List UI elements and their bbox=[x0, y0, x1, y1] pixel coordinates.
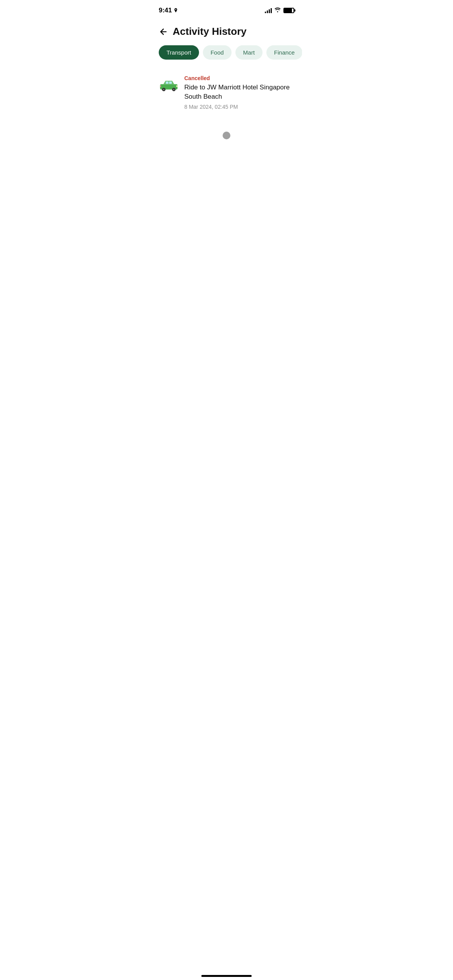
loading-dot bbox=[223, 132, 230, 139]
status-bar: 9:41 bbox=[151, 0, 302, 19]
loading-indicator bbox=[151, 116, 302, 155]
tab-food[interactable]: Food bbox=[203, 45, 232, 60]
svg-rect-8 bbox=[176, 86, 177, 87]
svg-point-0 bbox=[277, 11, 278, 12]
wifi-icon bbox=[274, 7, 281, 14]
svg-rect-2 bbox=[166, 81, 168, 84]
svg-rect-3 bbox=[169, 81, 172, 84]
filter-tabs: Transport Food Mart Finance E… bbox=[151, 45, 302, 60]
svg-point-7 bbox=[173, 89, 175, 90]
header: Activity History bbox=[151, 19, 302, 45]
activity-status: Cancelled bbox=[184, 75, 294, 81]
status-time: 9:41 bbox=[159, 7, 178, 14]
tab-transport[interactable]: Transport bbox=[159, 45, 199, 60]
tab-mart[interactable]: Mart bbox=[235, 45, 263, 60]
activity-title: Ride to JW Marriott Hotel Singapore Sout… bbox=[184, 83, 294, 101]
activity-date: 8 Mar 2024, 02:45 PM bbox=[184, 104, 294, 110]
page-title: Activity History bbox=[173, 26, 247, 38]
battery-icon bbox=[283, 8, 294, 13]
activity-item[interactable]: Cancelled Ride to JW Marriott Hotel Sing… bbox=[159, 69, 294, 116]
car-icon bbox=[159, 75, 179, 95]
svg-rect-9 bbox=[160, 86, 161, 87]
location-icon bbox=[173, 8, 178, 13]
signal-icon bbox=[265, 8, 272, 13]
back-button[interactable] bbox=[159, 27, 168, 36]
activity-list: Cancelled Ride to JW Marriott Hotel Sing… bbox=[151, 69, 302, 116]
activity-content: Cancelled Ride to JW Marriott Hotel Sing… bbox=[184, 75, 294, 110]
svg-point-5 bbox=[163, 89, 165, 90]
tab-finance[interactable]: Finance bbox=[266, 45, 302, 60]
status-icons bbox=[265, 7, 294, 14]
